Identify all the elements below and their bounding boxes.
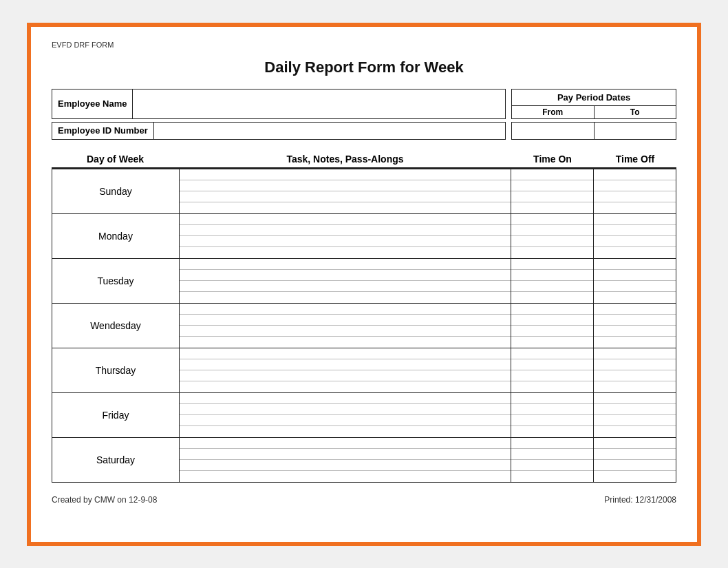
task-sub-row bbox=[180, 471, 511, 481]
timeon-sub-row bbox=[511, 460, 593, 471]
task-sub-row bbox=[180, 460, 511, 471]
task-sub-row bbox=[180, 404, 511, 415]
timeon-sub-row bbox=[511, 315, 593, 326]
employee-name-label: Employee Name bbox=[52, 89, 133, 119]
timeon-cell[interactable] bbox=[511, 437, 594, 482]
day-name: Sunday bbox=[52, 175, 179, 208]
task-sub-row bbox=[180, 370, 511, 381]
timeon-cell[interactable] bbox=[511, 303, 594, 348]
timeoff-cell[interactable] bbox=[594, 213, 676, 258]
day-name: Friday bbox=[52, 399, 179, 432]
to-input[interactable] bbox=[595, 122, 677, 140]
pay-period-title: Pay Period Dates bbox=[512, 90, 676, 106]
task-sub-row bbox=[180, 202, 511, 213]
task-sub-row bbox=[180, 214, 511, 225]
timeon-cell[interactable] bbox=[511, 169, 594, 213]
timeon-sub-row bbox=[511, 471, 593, 481]
timeoff-sub-row bbox=[594, 404, 676, 415]
from-input[interactable] bbox=[511, 122, 595, 140]
timeoff-sub-row bbox=[594, 292, 676, 302]
timeon-sub-row bbox=[511, 449, 593, 460]
timeoff-cell[interactable] bbox=[594, 258, 676, 303]
timeon-sub-row bbox=[511, 247, 593, 257]
timeon-sub-row bbox=[511, 191, 593, 202]
pay-period-block: Pay Period Dates From To bbox=[511, 89, 676, 119]
timeoff-sub-row bbox=[594, 225, 676, 236]
to-label: To bbox=[595, 106, 676, 118]
day-name: Tuesday bbox=[52, 264, 179, 297]
footer-right: Printed: 12/31/2008 bbox=[604, 495, 676, 505]
timeon-sub-row bbox=[511, 381, 593, 392]
timeon-sub-row bbox=[511, 270, 593, 281]
timeoff-sub-row bbox=[594, 460, 676, 471]
timeoff-sub-row bbox=[594, 326, 676, 337]
task-sub-row bbox=[180, 315, 511, 326]
employee-id-input[interactable] bbox=[154, 122, 506, 140]
task-cell[interactable] bbox=[180, 169, 511, 213]
timeon-sub-row bbox=[511, 304, 593, 315]
table-row: Saturday bbox=[52, 437, 676, 482]
timeoff-cell[interactable] bbox=[594, 392, 676, 437]
week-table: SundayMondayTuesdayWendesdayThursdayFrid… bbox=[52, 169, 676, 483]
timeoff-cell[interactable] bbox=[594, 169, 676, 213]
timeoff-cell[interactable] bbox=[594, 437, 676, 482]
task-sub-row bbox=[180, 281, 511, 292]
task-cell[interactable] bbox=[180, 437, 511, 482]
task-sub-row bbox=[180, 337, 511, 347]
timeoff-sub-row bbox=[594, 426, 676, 436]
task-cell[interactable] bbox=[180, 348, 511, 392]
timeon-sub-row bbox=[511, 393, 593, 404]
footer-left: Created by CMW on 12-9-08 bbox=[52, 495, 157, 505]
timeoff-sub-row bbox=[594, 449, 676, 460]
task-sub-row bbox=[180, 359, 511, 370]
timeoff-sub-row bbox=[594, 315, 676, 326]
timeon-sub-row bbox=[511, 180, 593, 191]
header-fields: Employee Name Pay Period Dates From To E… bbox=[52, 89, 676, 140]
timeoff-sub-row bbox=[594, 281, 676, 292]
timeon-cell[interactable] bbox=[511, 348, 594, 392]
table-row: Monday bbox=[52, 213, 676, 258]
timeoff-sub-row bbox=[594, 214, 676, 225]
day-cell: Friday bbox=[52, 392, 180, 437]
timeoff-sub-row bbox=[594, 348, 676, 359]
timeon-sub-row bbox=[511, 359, 593, 370]
timeon-sub-row bbox=[511, 281, 593, 292]
task-sub-row bbox=[180, 348, 511, 359]
timeon-cell[interactable] bbox=[511, 392, 594, 437]
timeon-sub-row bbox=[511, 259, 593, 270]
timeoff-cell[interactable] bbox=[594, 303, 676, 348]
task-sub-row bbox=[180, 169, 511, 180]
timeon-cell[interactable] bbox=[511, 258, 594, 303]
timeon-sub-row bbox=[511, 225, 593, 236]
timeoff-sub-row bbox=[594, 247, 676, 257]
task-cell[interactable] bbox=[180, 258, 511, 303]
task-sub-row bbox=[180, 381, 511, 392]
timeon-sub-row bbox=[511, 415, 593, 426]
task-sub-row bbox=[180, 292, 511, 302]
day-name: Thursday bbox=[52, 354, 179, 387]
timeon-cell[interactable] bbox=[511, 213, 594, 258]
task-sub-row bbox=[180, 259, 511, 270]
task-cell[interactable] bbox=[180, 303, 511, 348]
col-header-timeoff: Time Off bbox=[594, 154, 676, 165]
timeoff-sub-row bbox=[594, 438, 676, 449]
table-row: Thursday bbox=[52, 348, 676, 392]
task-sub-row bbox=[180, 236, 511, 247]
employee-name-input[interactable] bbox=[133, 89, 506, 119]
timeon-sub-row bbox=[511, 169, 593, 180]
task-cell[interactable] bbox=[180, 213, 511, 258]
employee-id-label: Employee ID Number bbox=[52, 122, 154, 140]
timeon-sub-row bbox=[511, 370, 593, 381]
day-cell: Wendesday bbox=[52, 303, 180, 348]
timeoff-cell[interactable] bbox=[594, 348, 676, 392]
timeoff-sub-row bbox=[594, 191, 676, 202]
table-row: Tuesday bbox=[52, 258, 676, 303]
day-cell: Saturday bbox=[52, 437, 180, 482]
timeoff-sub-row bbox=[594, 270, 676, 281]
col-header-timeon: Time On bbox=[511, 154, 594, 165]
timeon-sub-row bbox=[511, 438, 593, 449]
table-row: Wendesday bbox=[52, 303, 676, 348]
form-label: EVFD DRF FORM bbox=[52, 41, 676, 49]
task-sub-row bbox=[180, 304, 511, 315]
task-cell[interactable] bbox=[180, 392, 511, 437]
